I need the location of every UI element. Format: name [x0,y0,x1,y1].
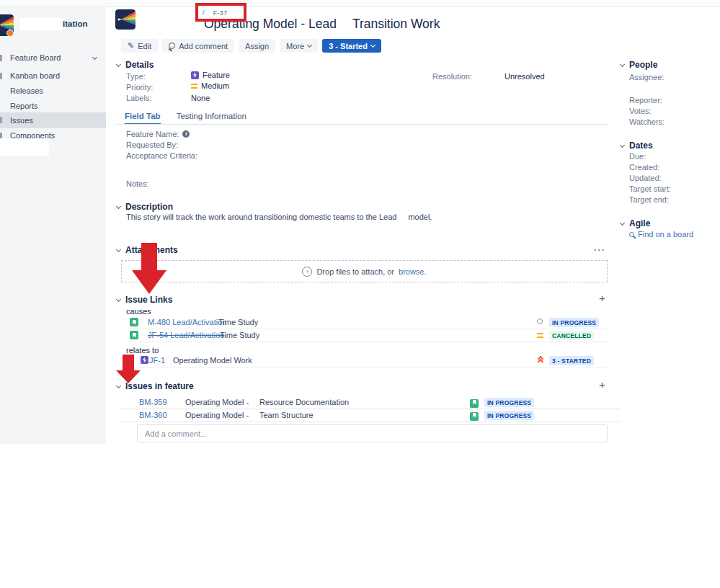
issue-link-summary[interactable]: Operating Model Work [173,356,252,365]
labels-label: Labels: [126,94,151,102]
project-avatar-badge [6,30,14,37]
collapse-chevron-icon[interactable] [620,62,625,67]
browse-link[interactable]: browse. [399,267,427,276]
people-section-header[interactable]: People [621,60,657,70]
status-badge: IN PROGRESS [484,411,534,420]
votes-label: Votes: [629,107,652,115]
find-on-board-link[interactable]: Find on a board [629,230,693,239]
annotation-arrow-issues-in-feature [116,355,141,384]
status-badge: IN PROGRESS [549,318,599,327]
add-comment-label: Add comment [179,42,228,50]
feature-issue-key[interactable]: BM-360 [139,411,167,419]
collapse-chevron-icon[interactable] [116,247,121,252]
priority-label: Priority: [126,83,153,92]
collapse-chevron-icon[interactable] [620,143,625,148]
collapse-chevron-icon[interactable] [116,204,121,209]
assign-button-label: Assign [245,42,269,50]
feature-name-label-text: Feature Name: [126,130,179,138]
issue-link-summary[interactable]: Time Study [218,318,258,326]
priority-medium-icon [537,333,543,338]
app-header-strip [0,0,720,7]
dates-heading: Dates [629,141,653,151]
issues-icon [0,117,2,123]
feature-issue-summary[interactable]: Team Structure [259,411,314,419]
target-start-label: Target start: [629,184,671,193]
add-issue-to-feature-button[interactable]: + [599,380,605,389]
collapse-chevron-icon[interactable] [620,220,625,226]
chevron-down-icon [370,43,375,48]
collapse-chevron-icon[interactable] [116,62,121,67]
attachment-dropzone[interactable]: ↑ Drop files to attach, or browse. [121,260,608,282]
sidebar-item-kanban-board[interactable]: Kanban board [0,68,106,84]
upload-icon: ↑ [302,267,312,277]
sidebar-item-issues[interactable]: Issues [0,112,106,128]
comment-input-container [137,424,608,442]
sidebar-item-reports[interactable]: Reports [0,99,106,114]
story-type-icon [130,331,138,339]
priority-value-text: Medium [201,81,229,90]
assign-button[interactable]: Assign [239,39,275,53]
issue-link-key[interactable]: JF-54 Lead/Activation [148,331,224,339]
issue-links-section-header[interactable]: Issue Links [117,295,172,305]
updated-label: Updated: [629,174,662,182]
breadcrumb-separator: / [203,9,205,17]
feature-type-icon [191,71,199,79]
sidebar-item-label: Feature Board [10,53,61,62]
board-icon [0,73,2,79]
collapse-chevron-icon[interactable] [116,383,121,388]
issue-link-key[interactable]: JF-1 [149,356,165,365]
reporter-label: Reporter: [629,96,662,104]
description-section-header[interactable]: Description [117,202,173,212]
resolution-label: Resolution: [432,72,472,81]
chevron-down-icon [307,43,312,48]
collapse-chevron-icon[interactable] [116,297,121,302]
issue-project-avatar [115,9,135,30]
watchers-label: Watchers: [629,117,665,126]
dates-section-header[interactable]: Dates [621,141,653,151]
status-badge: 3 - STARTED [549,356,594,365]
acceptance-criteria-label: Acceptance Criteria: [126,151,197,160]
feature-issue-key[interactable]: BM-359 [139,398,167,406]
notes-label: Notes: [126,179,149,188]
add-issue-link-button[interactable]: + [599,294,605,303]
sidebar-item-releases[interactable]: Releases [0,84,106,99]
priority-value: Medium [191,81,229,90]
issue-link-row[interactable]: JF-1 Operating Model Work 3 - STARTED [128,355,608,368]
edit-button[interactable]: ✎ Edit [121,39,158,53]
priority-icon [537,318,543,324]
attachments-menu-icon[interactable]: ··· [594,245,606,255]
edit-button-label: Edit [138,42,151,50]
feature-issue-epic: Operating Model - Lead [185,398,249,406]
feature-issue-row[interactable]: BM-359 Operating Model - Lead Resource D… [121,396,620,409]
chevron-down-icon[interactable] [92,55,97,60]
jira-issue-page: itation Feature Board Kanban board Relea… [0,0,720,588]
sidebar-item-feature-board[interactable]: Feature Board [0,50,106,66]
agile-section-header[interactable]: Agile [621,218,650,228]
find-on-board-label: Find on a board [638,230,693,239]
description-text: This story will track the work around tr… [126,213,432,221]
info-icon[interactable]: i [182,130,190,138]
requested-by-label: Requested By: [126,141,178,149]
breadcrumb-issue-key[interactable]: F-37 [213,9,228,17]
tab-field-tab[interactable]: Field Tab [125,112,161,125]
workflow-status-button[interactable]: 3 - Started [322,39,381,53]
resolution-value: Unresolved [505,72,545,81]
add-comment-button[interactable]: Add comment [162,39,234,53]
issue-link-summary[interactable]: Time Study [220,331,259,339]
description-text-part1: This story will track the work around tr… [126,213,396,221]
field-tabs: Field Tab Testing Information [125,112,246,125]
details-section-header[interactable]: Details [117,60,154,70]
issue-link-row[interactable]: M-480 Lead/Activation Time Study IN PROG… [128,316,608,329]
comment-input[interactable] [138,425,607,442]
issue-link-row[interactable]: JF-54 Lead/Activation Time Study CANCELL… [128,329,608,342]
issue-toolbar: ✎ Edit Add comment Assign More 3 - Start… [121,39,381,53]
details-heading: Details [125,60,154,70]
annotation-highlight-box: / F-37 [195,3,246,22]
feature-name-label: Feature Name: i [126,130,190,138]
issue-link-key[interactable]: M-480 Lead/Activation [148,318,226,326]
sidebar-item-label: Reports [10,102,38,110]
feature-issue-row[interactable]: BM-360 Operating Model - Lead Team Struc… [121,409,620,422]
feature-issue-summary[interactable]: Resource Documentation [259,398,349,406]
tab-testing-information[interactable]: Testing Information [177,112,246,125]
more-button[interactable]: More [280,39,318,53]
